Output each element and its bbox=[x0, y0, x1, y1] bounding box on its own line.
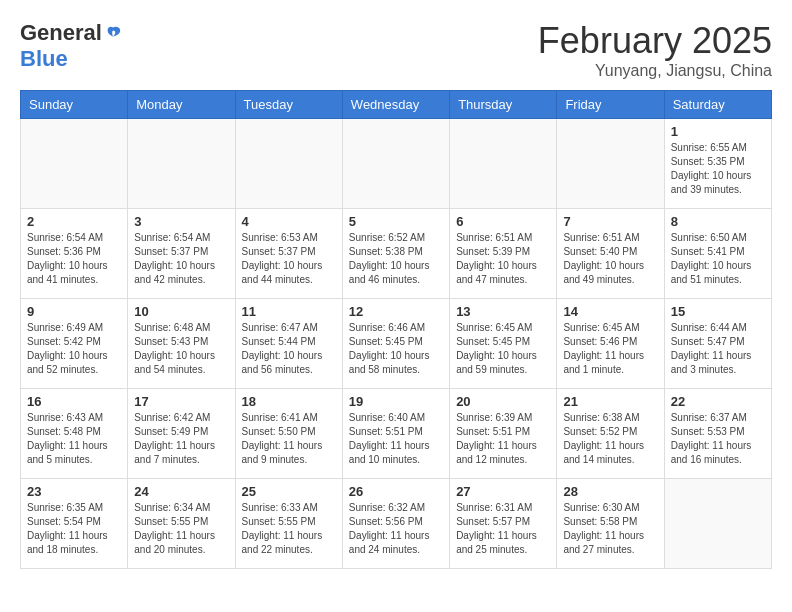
day-number: 20 bbox=[456, 394, 550, 409]
calendar-cell: 6Sunrise: 6:51 AM Sunset: 5:39 PM Daylig… bbox=[450, 209, 557, 299]
logo-blue-text: Blue bbox=[20, 46, 68, 72]
day-number: 22 bbox=[671, 394, 765, 409]
calendar-cell: 11Sunrise: 6:47 AM Sunset: 5:44 PM Dayli… bbox=[235, 299, 342, 389]
logo-bird-icon bbox=[104, 24, 122, 42]
calendar-cell bbox=[235, 119, 342, 209]
calendar-cell: 21Sunrise: 6:38 AM Sunset: 5:52 PM Dayli… bbox=[557, 389, 664, 479]
day-info: Sunrise: 6:50 AM Sunset: 5:41 PM Dayligh… bbox=[671, 231, 765, 287]
day-info: Sunrise: 6:52 AM Sunset: 5:38 PM Dayligh… bbox=[349, 231, 443, 287]
week-row-2: 2Sunrise: 6:54 AM Sunset: 5:36 PM Daylig… bbox=[21, 209, 772, 299]
calendar-cell: 15Sunrise: 6:44 AM Sunset: 5:47 PM Dayli… bbox=[664, 299, 771, 389]
day-number: 27 bbox=[456, 484, 550, 499]
day-number: 19 bbox=[349, 394, 443, 409]
day-number: 23 bbox=[27, 484, 121, 499]
day-number: 28 bbox=[563, 484, 657, 499]
day-info: Sunrise: 6:30 AM Sunset: 5:58 PM Dayligh… bbox=[563, 501, 657, 557]
weekday-header-friday: Friday bbox=[557, 91, 664, 119]
month-title: February 2025 bbox=[538, 20, 772, 62]
calendar-cell: 18Sunrise: 6:41 AM Sunset: 5:50 PM Dayli… bbox=[235, 389, 342, 479]
day-number: 16 bbox=[27, 394, 121, 409]
day-info: Sunrise: 6:45 AM Sunset: 5:46 PM Dayligh… bbox=[563, 321, 657, 377]
day-number: 21 bbox=[563, 394, 657, 409]
calendar-cell bbox=[128, 119, 235, 209]
calendar-cell: 5Sunrise: 6:52 AM Sunset: 5:38 PM Daylig… bbox=[342, 209, 449, 299]
day-number: 11 bbox=[242, 304, 336, 319]
day-number: 1 bbox=[671, 124, 765, 139]
day-info: Sunrise: 6:54 AM Sunset: 5:36 PM Dayligh… bbox=[27, 231, 121, 287]
day-info: Sunrise: 6:46 AM Sunset: 5:45 PM Dayligh… bbox=[349, 321, 443, 377]
day-number: 12 bbox=[349, 304, 443, 319]
day-info: Sunrise: 6:45 AM Sunset: 5:45 PM Dayligh… bbox=[456, 321, 550, 377]
weekday-header-sunday: Sunday bbox=[21, 91, 128, 119]
day-info: Sunrise: 6:44 AM Sunset: 5:47 PM Dayligh… bbox=[671, 321, 765, 377]
calendar-cell bbox=[450, 119, 557, 209]
day-number: 6 bbox=[456, 214, 550, 229]
weekday-header-thursday: Thursday bbox=[450, 91, 557, 119]
day-number: 8 bbox=[671, 214, 765, 229]
calendar-cell: 23Sunrise: 6:35 AM Sunset: 5:54 PM Dayli… bbox=[21, 479, 128, 569]
calendar-cell bbox=[21, 119, 128, 209]
day-info: Sunrise: 6:32 AM Sunset: 5:56 PM Dayligh… bbox=[349, 501, 443, 557]
day-number: 7 bbox=[563, 214, 657, 229]
logo-general-text: General bbox=[20, 20, 102, 46]
day-number: 25 bbox=[242, 484, 336, 499]
week-row-3: 9Sunrise: 6:49 AM Sunset: 5:42 PM Daylig… bbox=[21, 299, 772, 389]
day-info: Sunrise: 6:34 AM Sunset: 5:55 PM Dayligh… bbox=[134, 501, 228, 557]
day-info: Sunrise: 6:53 AM Sunset: 5:37 PM Dayligh… bbox=[242, 231, 336, 287]
day-info: Sunrise: 6:41 AM Sunset: 5:50 PM Dayligh… bbox=[242, 411, 336, 467]
day-info: Sunrise: 6:49 AM Sunset: 5:42 PM Dayligh… bbox=[27, 321, 121, 377]
weekday-header-tuesday: Tuesday bbox=[235, 91, 342, 119]
calendar-cell bbox=[664, 479, 771, 569]
calendar-cell: 4Sunrise: 6:53 AM Sunset: 5:37 PM Daylig… bbox=[235, 209, 342, 299]
calendar-cell: 10Sunrise: 6:48 AM Sunset: 5:43 PM Dayli… bbox=[128, 299, 235, 389]
weekday-header-row: SundayMondayTuesdayWednesdayThursdayFrid… bbox=[21, 91, 772, 119]
calendar-cell: 7Sunrise: 6:51 AM Sunset: 5:40 PM Daylig… bbox=[557, 209, 664, 299]
weekday-header-monday: Monday bbox=[128, 91, 235, 119]
calendar-cell: 16Sunrise: 6:43 AM Sunset: 5:48 PM Dayli… bbox=[21, 389, 128, 479]
day-number: 14 bbox=[563, 304, 657, 319]
week-row-4: 16Sunrise: 6:43 AM Sunset: 5:48 PM Dayli… bbox=[21, 389, 772, 479]
calendar-cell: 19Sunrise: 6:40 AM Sunset: 5:51 PM Dayli… bbox=[342, 389, 449, 479]
weekday-header-wednesday: Wednesday bbox=[342, 91, 449, 119]
day-info: Sunrise: 6:55 AM Sunset: 5:35 PM Dayligh… bbox=[671, 141, 765, 197]
calendar-cell: 1Sunrise: 6:55 AM Sunset: 5:35 PM Daylig… bbox=[664, 119, 771, 209]
day-info: Sunrise: 6:48 AM Sunset: 5:43 PM Dayligh… bbox=[134, 321, 228, 377]
week-row-5: 23Sunrise: 6:35 AM Sunset: 5:54 PM Dayli… bbox=[21, 479, 772, 569]
calendar-cell: 28Sunrise: 6:30 AM Sunset: 5:58 PM Dayli… bbox=[557, 479, 664, 569]
calendar-cell: 8Sunrise: 6:50 AM Sunset: 5:41 PM Daylig… bbox=[664, 209, 771, 299]
calendar-cell: 17Sunrise: 6:42 AM Sunset: 5:49 PM Dayli… bbox=[128, 389, 235, 479]
day-info: Sunrise: 6:54 AM Sunset: 5:37 PM Dayligh… bbox=[134, 231, 228, 287]
calendar-cell: 12Sunrise: 6:46 AM Sunset: 5:45 PM Dayli… bbox=[342, 299, 449, 389]
calendar-table: SundayMondayTuesdayWednesdayThursdayFrid… bbox=[20, 90, 772, 569]
calendar-cell: 27Sunrise: 6:31 AM Sunset: 5:57 PM Dayli… bbox=[450, 479, 557, 569]
calendar-cell: 2Sunrise: 6:54 AM Sunset: 5:36 PM Daylig… bbox=[21, 209, 128, 299]
day-info: Sunrise: 6:35 AM Sunset: 5:54 PM Dayligh… bbox=[27, 501, 121, 557]
location-subtitle: Yunyang, Jiangsu, China bbox=[538, 62, 772, 80]
week-row-1: 1Sunrise: 6:55 AM Sunset: 5:35 PM Daylig… bbox=[21, 119, 772, 209]
day-number: 26 bbox=[349, 484, 443, 499]
title-section: February 2025 Yunyang, Jiangsu, China bbox=[538, 20, 772, 80]
day-number: 10 bbox=[134, 304, 228, 319]
day-number: 3 bbox=[134, 214, 228, 229]
calendar-cell: 20Sunrise: 6:39 AM Sunset: 5:51 PM Dayli… bbox=[450, 389, 557, 479]
day-number: 13 bbox=[456, 304, 550, 319]
day-info: Sunrise: 6:31 AM Sunset: 5:57 PM Dayligh… bbox=[456, 501, 550, 557]
day-info: Sunrise: 6:40 AM Sunset: 5:51 PM Dayligh… bbox=[349, 411, 443, 467]
day-number: 18 bbox=[242, 394, 336, 409]
day-info: Sunrise: 6:33 AM Sunset: 5:55 PM Dayligh… bbox=[242, 501, 336, 557]
day-info: Sunrise: 6:39 AM Sunset: 5:51 PM Dayligh… bbox=[456, 411, 550, 467]
day-info: Sunrise: 6:38 AM Sunset: 5:52 PM Dayligh… bbox=[563, 411, 657, 467]
day-number: 5 bbox=[349, 214, 443, 229]
weekday-header-saturday: Saturday bbox=[664, 91, 771, 119]
day-info: Sunrise: 6:51 AM Sunset: 5:39 PM Dayligh… bbox=[456, 231, 550, 287]
day-number: 4 bbox=[242, 214, 336, 229]
calendar-cell: 24Sunrise: 6:34 AM Sunset: 5:55 PM Dayli… bbox=[128, 479, 235, 569]
calendar-cell bbox=[342, 119, 449, 209]
day-number: 17 bbox=[134, 394, 228, 409]
calendar-cell: 9Sunrise: 6:49 AM Sunset: 5:42 PM Daylig… bbox=[21, 299, 128, 389]
day-info: Sunrise: 6:37 AM Sunset: 5:53 PM Dayligh… bbox=[671, 411, 765, 467]
day-info: Sunrise: 6:43 AM Sunset: 5:48 PM Dayligh… bbox=[27, 411, 121, 467]
calendar-cell: 13Sunrise: 6:45 AM Sunset: 5:45 PM Dayli… bbox=[450, 299, 557, 389]
calendar-cell: 3Sunrise: 6:54 AM Sunset: 5:37 PM Daylig… bbox=[128, 209, 235, 299]
day-number: 2 bbox=[27, 214, 121, 229]
